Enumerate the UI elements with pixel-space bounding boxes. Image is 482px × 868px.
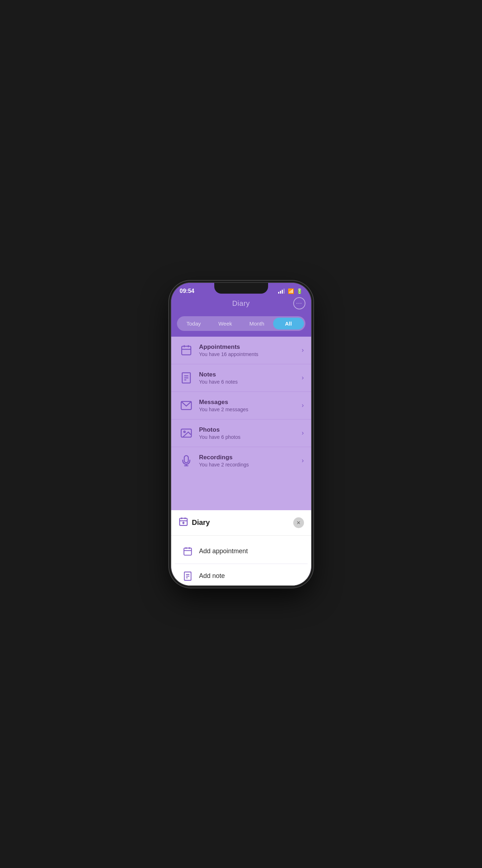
chevron-icon: › bbox=[302, 374, 304, 381]
list-item-notes[interactable]: Notes You have 6 notes › bbox=[171, 364, 311, 392]
diary-sheet-icon bbox=[178, 517, 188, 529]
recordings-subtitle: You have 2 recordings bbox=[199, 462, 302, 468]
tab-week[interactable]: Week bbox=[210, 318, 241, 329]
add-appointment-icon bbox=[181, 545, 194, 558]
signal-icon bbox=[278, 289, 285, 294]
list-item-photos[interactable]: Photos You have 6 photos › bbox=[171, 419, 311, 447]
notes-title: Notes bbox=[199, 371, 302, 378]
sheet-list: Add appointment Add note bbox=[175, 539, 308, 585]
photos-icon bbox=[178, 425, 194, 441]
add-note-label: Add note bbox=[199, 572, 225, 580]
chevron-icon: › bbox=[302, 429, 304, 437]
bottom-sheet-title-wrap: Diary bbox=[178, 517, 210, 529]
calendar-icon bbox=[178, 342, 194, 358]
recordings-icon bbox=[178, 453, 194, 469]
bottom-sheet-title: Diary bbox=[192, 518, 210, 527]
messages-text: Messages You have 2 messages bbox=[199, 399, 302, 412]
list-item-appointments[interactable]: Appointments You have 16 appointments › bbox=[171, 337, 311, 364]
messages-icon bbox=[178, 398, 194, 413]
tab-today[interactable]: Today bbox=[178, 318, 209, 329]
notch bbox=[214, 283, 268, 294]
more-button[interactable]: ··· bbox=[293, 297, 305, 309]
messages-title: Messages bbox=[199, 399, 302, 406]
appointments-title: Appointments bbox=[199, 343, 302, 351]
main-content: Appointments You have 16 appointments › bbox=[171, 337, 311, 510]
spacer bbox=[171, 474, 311, 510]
status-icons: 📶 🔋 bbox=[278, 288, 303, 294]
notes-text: Notes You have 6 notes bbox=[199, 371, 302, 385]
photos-text: Photos You have 6 photos bbox=[199, 426, 302, 440]
app-header: Diary ··· bbox=[171, 296, 311, 313]
tab-month[interactable]: Month bbox=[242, 318, 272, 329]
photos-title: Photos bbox=[199, 426, 302, 433]
notes-icon bbox=[178, 370, 194, 386]
phone-screen: 09:54 📶 🔋 Diary ··· Today bbox=[171, 283, 311, 585]
recordings-text: Recordings You have 2 recordings bbox=[199, 454, 302, 468]
appointments-text: Appointments You have 16 appointments bbox=[199, 343, 302, 357]
status-time: 09:54 bbox=[180, 288, 195, 294]
battery-icon: 🔋 bbox=[296, 288, 303, 294]
app-title: Diary bbox=[232, 299, 250, 308]
wifi-icon: 📶 bbox=[288, 288, 294, 294]
bottom-sheet-header: Diary ✕ bbox=[171, 510, 311, 536]
notes-subtitle: You have 6 notes bbox=[199, 379, 302, 385]
recordings-title: Recordings bbox=[199, 454, 302, 461]
sheet-item-add-appointment[interactable]: Add appointment bbox=[175, 539, 308, 564]
appointments-subtitle: You have 16 appointments bbox=[199, 351, 302, 357]
photos-subtitle: You have 6 photos bbox=[199, 434, 302, 440]
chevron-icon: › bbox=[302, 346, 304, 354]
svg-rect-19 bbox=[184, 548, 191, 555]
phone-frame: 09:54 📶 🔋 Diary ··· Today bbox=[171, 283, 311, 585]
sheet-item-add-note[interactable]: Add note bbox=[175, 564, 308, 585]
messages-subtitle: You have 2 messages bbox=[199, 407, 302, 412]
svg-rect-0 bbox=[182, 346, 191, 355]
tabs-container: Today Week Month All bbox=[177, 316, 305, 331]
svg-point-10 bbox=[183, 431, 185, 432]
add-appointment-label: Add appointment bbox=[199, 547, 248, 555]
chevron-icon: › bbox=[302, 402, 304, 409]
close-button[interactable]: ✕ bbox=[293, 517, 304, 528]
tab-all[interactable]: All bbox=[273, 318, 304, 329]
add-note-icon bbox=[181, 570, 194, 583]
more-icon: ··· bbox=[296, 300, 302, 306]
tab-bar: Today Week Month All bbox=[171, 313, 311, 337]
list-item-recordings[interactable]: Recordings You have 2 recordings › bbox=[171, 447, 311, 474]
list-item-messages[interactable]: Messages You have 2 messages › bbox=[171, 392, 311, 419]
chevron-icon: › bbox=[302, 457, 304, 464]
bottom-sheet: Diary ✕ Add appointment bbox=[171, 510, 311, 585]
